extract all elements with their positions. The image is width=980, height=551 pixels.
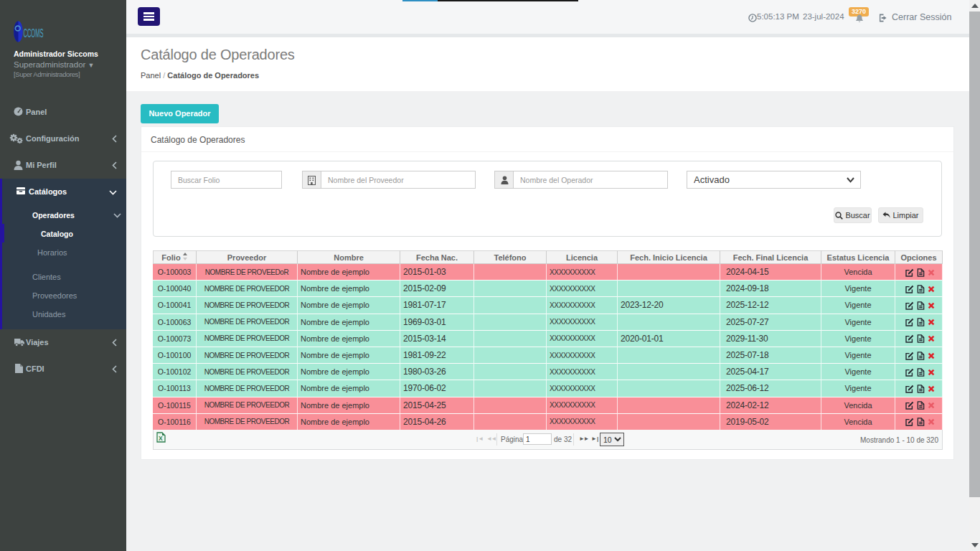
svg-text:X: X <box>159 435 163 442</box>
svg-text:CCOMS: CCOMS <box>24 27 44 39</box>
